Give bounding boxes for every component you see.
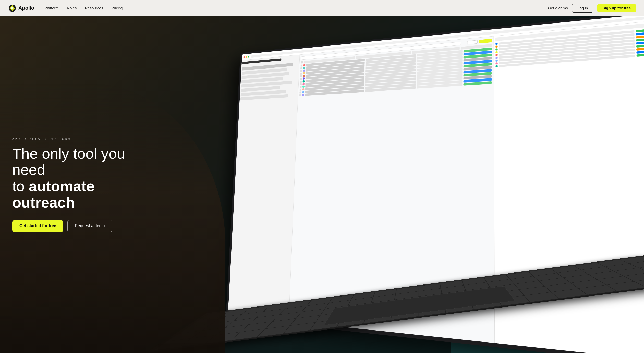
- mock-dot-green: [248, 56, 249, 58]
- mock-checkbox-3: [300, 70, 302, 72]
- hero-title: The only tool you need to automate outre…: [12, 145, 155, 211]
- mock-panel-badge-6: [636, 44, 644, 48]
- signup-button[interactable]: Sign up for free: [597, 4, 636, 12]
- nav-link-pricing[interactable]: Pricing: [111, 6, 123, 10]
- mock-sidebar: [228, 55, 300, 321]
- mock-panel-dot-4: [495, 51, 498, 53]
- mock-checkbox-8: [300, 83, 302, 85]
- mock-checkbox-5: [300, 75, 302, 77]
- mock-panel-badge-4: [636, 38, 644, 42]
- mock-avatar-3: [303, 70, 305, 72]
- mock-avatar-6: [303, 77, 305, 80]
- mock-panel-badge-7: [636, 48, 644, 51]
- navigation: Apollo Platform Roles Resources Pricing …: [0, 0, 644, 16]
- mock-avatar-5: [303, 75, 305, 77]
- mock-avatar-1: [303, 64, 305, 66]
- mock-panel-dot-6: [495, 57, 498, 59]
- mock-avatar-4: [303, 72, 305, 74]
- mock-panel-badge-5: [636, 41, 644, 45]
- nav-link-platform[interactable]: Platform: [44, 6, 59, 10]
- hero-ctas: Get started for free Request a demo: [12, 220, 155, 232]
- svg-point-1: [11, 7, 13, 9]
- mock-avatar-8: [302, 83, 305, 85]
- mock-action-btn: [479, 39, 492, 44]
- mock-filter-btn: [467, 40, 478, 44]
- mock-avatar-12: [302, 94, 304, 96]
- nav-right: Get a demo Log in Sign up for free: [548, 4, 636, 13]
- apollo-logo-icon: [8, 4, 16, 12]
- mock-avatar-2: [303, 67, 305, 69]
- hero-title-line1: The only tool you need: [12, 145, 125, 178]
- mock-checkbox-10: [300, 89, 302, 91]
- mock-checkbox-12: [299, 94, 301, 96]
- get-started-button[interactable]: Get started for free: [12, 220, 63, 232]
- mock-panel-badge-9: [636, 54, 644, 57]
- mock-panel-badge-3: [636, 35, 644, 39]
- mock-panel-dot-1: [495, 43, 497, 45]
- mock-panel-dot-8: [495, 62, 498, 65]
- mock-avatar-10: [302, 88, 304, 90]
- mock-checkbox-1: [301, 64, 303, 66]
- mock-checkbox-11: [299, 91, 301, 93]
- mock-avatar-9: [302, 86, 305, 88]
- mock-panel-dot-7: [495, 60, 498, 62]
- mock-checkbox-4: [300, 73, 302, 75]
- request-demo-button[interactable]: Request a demo: [67, 220, 112, 232]
- logo-text: Apollo: [18, 5, 34, 11]
- nav-link-roles[interactable]: Roles: [67, 6, 77, 10]
- hero-content: APOLLO AI SALES PLATFORM The only tool y…: [12, 137, 155, 232]
- mock-checkbox-header: [301, 61, 303, 64]
- mock-panel-badge-8: [636, 51, 644, 54]
- get-demo-button[interactable]: Get a demo: [548, 6, 568, 10]
- mock-avatar-11: [302, 91, 304, 93]
- hero-eyebrow: APOLLO AI SALES PLATFORM: [12, 137, 155, 140]
- mock-panel-dot-3: [495, 49, 498, 51]
- mock-checkbox-7: [300, 81, 302, 83]
- mock-checkbox-6: [300, 78, 302, 80]
- mock-panel-dot-9: [495, 65, 498, 67]
- mock-dot-red: [244, 56, 245, 58]
- nav-link-resources[interactable]: Resources: [85, 6, 103, 10]
- hero-title-line2: to: [12, 178, 29, 195]
- mock-spacer: [462, 43, 466, 43]
- logo[interactable]: Apollo: [8, 4, 34, 12]
- mock-checkbox-9: [300, 86, 302, 88]
- mock-panel-dot-2: [495, 46, 497, 48]
- mock-checkbox-2: [300, 67, 302, 69]
- laptop-container: // Generate keyboard keys const keyboard…: [152, 16, 644, 353]
- mock-panel-dot-5: [495, 54, 498, 56]
- mock-avatar-7: [303, 80, 305, 83]
- hero-section: // Generate keyboard keys const keyboard…: [0, 16, 644, 353]
- mock-panel-badge-2: [636, 32, 644, 36]
- login-button[interactable]: Log in: [572, 4, 593, 13]
- nav-links: Platform Roles Resources Pricing: [44, 6, 123, 10]
- laptop-wrapper: // Generate keyboard keys const keyboard…: [152, 16, 644, 353]
- mock-dot-yellow: [246, 56, 247, 58]
